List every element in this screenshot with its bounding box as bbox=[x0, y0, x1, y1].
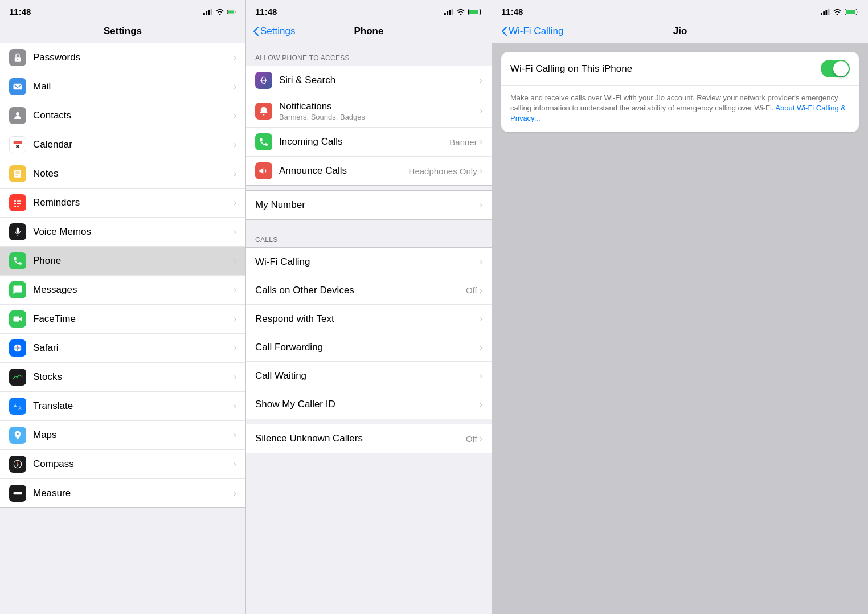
notifications-label: Notifications bbox=[279, 101, 480, 112]
call-waiting-row[interactable]: Call Waiting › bbox=[246, 362, 492, 390]
jio-nav: Wi-Fi Calling Jio bbox=[492, 21, 868, 43]
call-forwarding-right: › bbox=[480, 342, 482, 353]
silence-unknown-content: Silence Unknown Callers bbox=[255, 433, 466, 444]
incoming-calls-chevron: › bbox=[480, 137, 482, 147]
call-waiting-chevron: › bbox=[480, 371, 482, 381]
settings-row-maps[interactable]: Maps › bbox=[0, 421, 245, 450]
settings-row-phone[interactable]: Phone › bbox=[0, 247, 245, 276]
signal-icon-right bbox=[821, 9, 830, 15]
settings-row-voice-memos[interactable]: Voice Memos › bbox=[0, 218, 245, 247]
maps-content: Maps bbox=[33, 429, 234, 441]
safari-content: Safari bbox=[33, 342, 234, 354]
silence-group: Silence Unknown Callers Off › bbox=[246, 424, 492, 453]
mail-label: Mail bbox=[33, 81, 234, 92]
translate-label: Translate bbox=[33, 400, 234, 412]
wifi-calling-card: Wi-Fi Calling on This iPhone Make and re… bbox=[501, 52, 859, 132]
svg-rect-55 bbox=[846, 10, 855, 14]
svg-point-9 bbox=[16, 112, 19, 116]
settings-row-translate[interactable]: A文 Translate › bbox=[0, 392, 245, 421]
settings-row-notes[interactable]: Notes › bbox=[0, 159, 245, 189]
settings-row-stocks[interactable]: Stocks › bbox=[0, 363, 245, 392]
call-forwarding-row[interactable]: Call Forwarding › bbox=[246, 333, 492, 362]
settings-title: Settings bbox=[104, 26, 142, 37]
voice-memos-chevron: › bbox=[234, 227, 236, 237]
siri-search-row[interactable]: Siri & Search › bbox=[246, 66, 492, 95]
wifi-calling-card-container: Wi-Fi Calling on This iPhone Make and re… bbox=[492, 43, 868, 132]
facetime-chevron: › bbox=[234, 314, 236, 324]
silence-unknown-label: Silence Unknown Callers bbox=[255, 433, 466, 444]
settings-row-reminders[interactable]: Reminders › bbox=[0, 189, 245, 218]
facetime-icon bbox=[9, 310, 26, 328]
show-caller-id-row[interactable]: Show My Caller ID › bbox=[246, 390, 492, 419]
wifi-icon-mid bbox=[456, 9, 465, 15]
phone-settings-scroll: ALLOW PHONE TO ACCESS Siri & Search › bbox=[246, 43, 492, 614]
calendar-chevron: › bbox=[234, 140, 236, 150]
settings-row-mail[interactable]: Mail › bbox=[0, 72, 245, 101]
back-to-settings[interactable]: Settings bbox=[253, 26, 295, 37]
signal-icon-mid bbox=[444, 9, 453, 15]
call-waiting-content: Call Waiting bbox=[255, 370, 480, 382]
phone-nav: Settings Phone bbox=[246, 21, 492, 43]
translate-right: › bbox=[234, 401, 236, 411]
wifi-calling-toggle[interactable] bbox=[821, 60, 850, 77]
incoming-calls-content: Incoming Calls bbox=[279, 136, 449, 148]
compass-right: › bbox=[234, 459, 236, 469]
announce-calls-row[interactable]: Announce Calls Headphones Only › bbox=[246, 157, 492, 185]
stocks-right: › bbox=[234, 372, 236, 382]
calls-group: Wi-Fi Calling › Calls on Other Devices O… bbox=[246, 247, 492, 419]
svg-rect-41 bbox=[444, 13, 446, 15]
voice-memos-icon bbox=[9, 223, 26, 240]
my-number-group: My Number › bbox=[246, 190, 492, 220]
announce-calls-right: Headphones Only › bbox=[409, 166, 482, 176]
silence-unknown-row[interactable]: Silence Unknown Callers Off › bbox=[246, 424, 492, 453]
settings-row-compass[interactable]: Compass › bbox=[0, 450, 245, 479]
measure-chevron: › bbox=[234, 488, 236, 498]
safari-right: › bbox=[234, 343, 236, 353]
incoming-calls-label: Incoming Calls bbox=[279, 136, 449, 148]
respond-text-right: › bbox=[480, 314, 482, 324]
calls-other-devices-chevron: › bbox=[480, 285, 482, 296]
toggle-knob bbox=[833, 61, 849, 76]
wifi-calling-right: › bbox=[480, 257, 482, 267]
settings-group-apps: Passwords › Mail › bbox=[0, 43, 245, 508]
notes-right: › bbox=[234, 169, 236, 179]
settings-row-facetime[interactable]: FaceTime › bbox=[0, 305, 245, 334]
respond-text-row[interactable]: Respond with Text › bbox=[246, 305, 492, 333]
facetime-content: FaceTime bbox=[33, 313, 234, 325]
svg-marker-49 bbox=[260, 168, 264, 174]
wifi-icon bbox=[215, 9, 224, 15]
safari-label: Safari bbox=[33, 342, 234, 354]
phone-chevron: › bbox=[234, 256, 236, 266]
my-number-row[interactable]: My Number › bbox=[246, 191, 492, 219]
compass-label: Compass bbox=[33, 459, 234, 470]
messages-right: › bbox=[234, 285, 236, 295]
notifications-row[interactable]: Notifications Banners, Sounds, Badges › bbox=[246, 95, 492, 128]
settings-row-safari[interactable]: Safari › bbox=[0, 334, 245, 363]
wifi-calling-row[interactable]: Wi-Fi Calling › bbox=[246, 248, 492, 276]
back-label-mid: Settings bbox=[260, 26, 295, 37]
measure-right: › bbox=[234, 488, 236, 498]
back-to-wifi-calling[interactable]: Wi-Fi Calling bbox=[501, 26, 563, 37]
mail-content: Mail bbox=[33, 81, 234, 92]
my-number-chevron: › bbox=[480, 200, 482, 210]
respond-text-label: Respond with Text bbox=[255, 313, 480, 325]
jio-title: Jio bbox=[673, 26, 687, 37]
incoming-calls-row[interactable]: Incoming Calls Banner › bbox=[246, 128, 492, 157]
stocks-chevron: › bbox=[234, 372, 236, 382]
settings-row-measure[interactable]: Measure › bbox=[0, 479, 245, 507]
calls-other-devices-row[interactable]: Calls on Other Devices Off › bbox=[246, 276, 492, 305]
show-caller-id-content: Show My Caller ID bbox=[255, 399, 480, 410]
settings-row-contacts[interactable]: Contacts › bbox=[0, 101, 245, 130]
phone-title: Phone bbox=[354, 26, 384, 37]
svg-marker-34 bbox=[17, 461, 19, 464]
settings-row-calendar[interactable]: 31 Calendar › bbox=[0, 130, 245, 159]
call-waiting-label: Call Waiting bbox=[255, 370, 480, 382]
settings-row-messages[interactable]: Messages › bbox=[0, 276, 245, 305]
maps-right: › bbox=[234, 430, 236, 440]
svg-rect-46 bbox=[469, 10, 478, 14]
passwords-icon bbox=[9, 49, 26, 66]
incoming-calls-right: Banner › bbox=[449, 137, 482, 147]
settings-row-passwords[interactable]: Passwords › bbox=[0, 43, 245, 72]
translate-icon: A文 bbox=[9, 398, 26, 415]
settings-nav: Settings bbox=[0, 21, 245, 43]
